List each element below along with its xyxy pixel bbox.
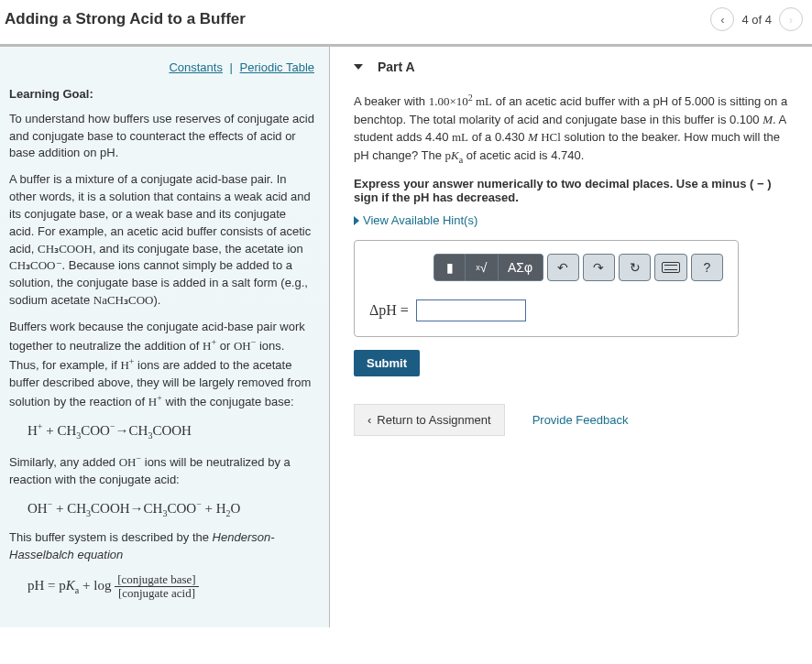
view-hints[interactable]: View Available Hint(s) (354, 213, 797, 227)
question-text: A beaker with 1.00×102 mL of an acetic a… (354, 91, 797, 166)
constants-link[interactable]: Constants (169, 60, 223, 74)
part-label: Part A (378, 60, 415, 74)
chevron-right-icon (354, 216, 359, 225)
page-title: Adding a Strong Acid to a Buffer (5, 10, 246, 28)
buffer-definition: A buffer is a mixture of a conjugate aci… (9, 171, 314, 310)
undo-button[interactable]: ↶ (547, 254, 579, 281)
help-button[interactable]: ? (691, 254, 723, 281)
learning-panel: Constants | Periodic Table Learning Goal… (0, 47, 330, 627)
keyboard-icon (662, 262, 680, 273)
answer-input[interactable] (416, 299, 526, 321)
reset-button[interactable]: ↻ (619, 254, 651, 281)
redo-button[interactable]: ↷ (583, 254, 615, 281)
equation-toolbar: ▮ x√ ΑΣφ ↶ ↷ ↻ ? (433, 254, 723, 281)
page-count: 4 of 4 (741, 13, 772, 27)
keyboard-button[interactable] (654, 254, 686, 281)
return-button[interactable]: ‹ Return to Assignment (354, 404, 505, 436)
submit-button[interactable]: Submit (354, 350, 420, 376)
hh-equation: pH = pKa + log [conjugate base][conjugat… (27, 573, 314, 601)
learning-goal-heading: Learning Goal: (9, 86, 314, 103)
collapse-icon[interactable] (354, 64, 363, 70)
oh-neutralize: Similarly, any added OH− ions will be ne… (9, 452, 314, 489)
template-tool[interactable]: ▮ (433, 254, 466, 281)
equation-1: H+ + CH3COO−→CH3COOH (27, 420, 314, 443)
answer-instruction: Express your answer numerically to two d… (354, 177, 797, 204)
root-tool[interactable]: x√ (466, 254, 498, 281)
next-button: › (779, 7, 803, 31)
feedback-link[interactable]: Provide Feedback (532, 413, 629, 427)
pager: ‹ 4 of 4 › (710, 7, 803, 31)
greek-tool[interactable]: ΑΣφ (499, 254, 543, 281)
buffer-mechanism: Buffers work because the conjugate acid-… (9, 319, 314, 411)
link-separator: | (230, 60, 233, 74)
answer-label: ΔpH = (369, 302, 409, 319)
chevron-left-icon: ‹ (368, 413, 371, 427)
hh-intro: This buffer system is described by the H… (9, 529, 314, 564)
prev-button[interactable]: ‹ (710, 7, 734, 31)
answer-box: ▮ x√ ΑΣφ ↶ ↷ ↻ ? ΔpH = (354, 240, 739, 337)
equation-2: OH− + CH3COOH→CH3COO− + H2O (27, 498, 314, 521)
question-panel: Part A A beaker with 1.00×102 mL of an a… (330, 47, 812, 627)
goal-text: To understand how buffers use reserves o… (9, 111, 314, 163)
periodic-table-link[interactable]: Periodic Table (240, 60, 314, 74)
